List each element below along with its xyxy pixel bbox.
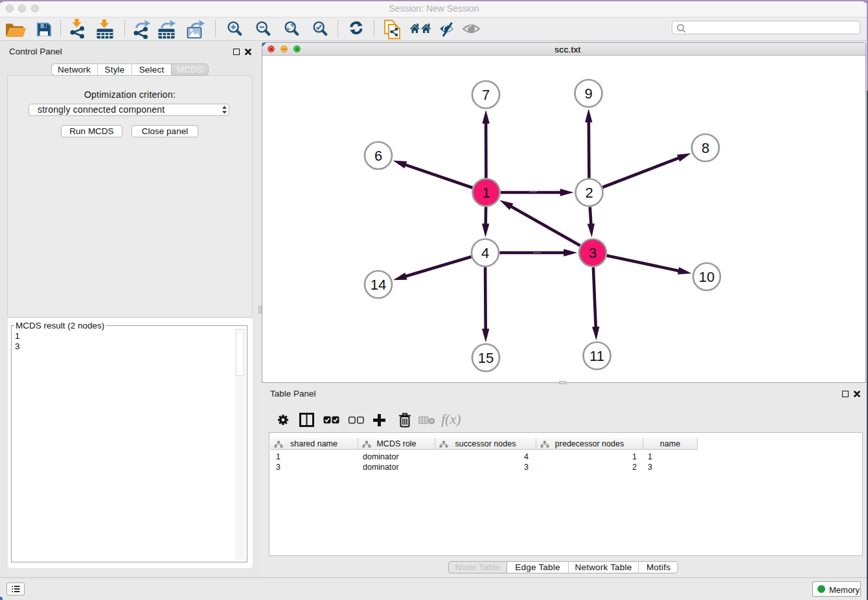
svg-text:11: 11 (589, 348, 604, 364)
svg-text:1: 1 (482, 185, 490, 201)
svg-text:6: 6 (374, 148, 382, 164)
svg-text:7: 7 (482, 87, 490, 103)
svg-text:4: 4 (481, 245, 489, 261)
svg-text:2: 2 (585, 185, 593, 201)
svg-text:3: 3 (589, 245, 597, 261)
svg-text:14: 14 (371, 277, 386, 293)
svg-text:8: 8 (702, 140, 709, 156)
svg-text:15: 15 (478, 350, 494, 366)
svg-text:10: 10 (699, 269, 714, 285)
svg-text:9: 9 (584, 86, 592, 102)
